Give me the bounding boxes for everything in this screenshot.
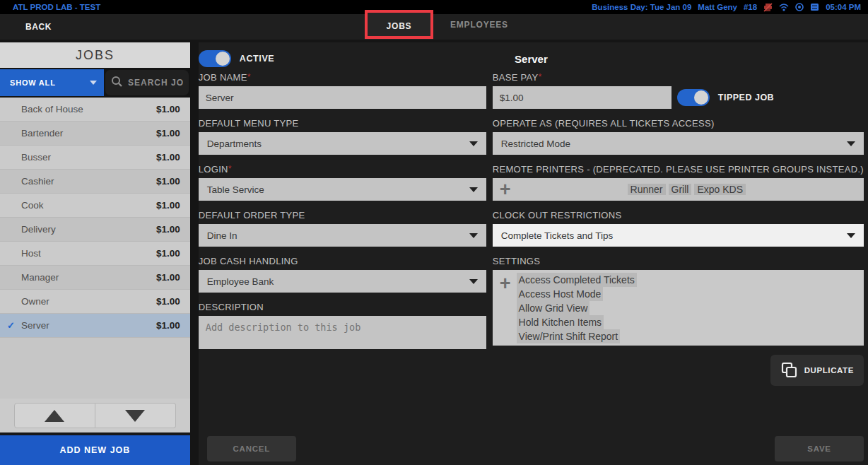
required-asterisk: * [247, 72, 251, 82]
job-list-item[interactable]: Delivery$1.00 [0, 218, 190, 242]
tab-employees[interactable]: EMPLOYEES [440, 10, 518, 40]
login-select[interactable]: Table Service [199, 178, 486, 201]
toggle-knob [694, 90, 708, 105]
scroll-down-button[interactable] [95, 403, 176, 428]
duplicate-button[interactable]: DUPLICATE [770, 355, 864, 386]
tab-jobs[interactable]: JOBS [365, 10, 433, 40]
chevron-down-icon [469, 233, 478, 238]
form-column-left: JOB NAME* DEFAULT MENU TYPE Departments … [199, 72, 486, 386]
job-base-pay: $1.00 [156, 104, 180, 114]
duplicate-row: DUPLICATE [493, 355, 864, 386]
job-list-item[interactable]: Host$1.00 [0, 242, 190, 266]
base-pay-group: BASE PAY* TIPPED JOB [493, 72, 864, 109]
job-name: Manager [21, 272, 59, 283]
job-list-item[interactable]: Manager$1.00 [0, 266, 190, 290]
required-asterisk: * [539, 72, 542, 82]
footer-actions: CANCEL SAVE [207, 436, 864, 461]
printer-alert-icon [763, 3, 773, 12]
login-label: LOGIN [199, 164, 228, 175]
server-icon [810, 3, 819, 11]
job-list-item[interactable]: Busser$1.00 [0, 146, 190, 170]
printer-chip[interactable]: Runner [628, 184, 666, 195]
search-icon [111, 76, 123, 90]
job-list-item[interactable]: Owner$1.00 [0, 290, 190, 314]
default-order-type-label: DEFAULT ORDER TYPE [199, 210, 486, 220]
business-day-label: Business Day: Tue Jan 09 [592, 3, 691, 11]
form-column-right: BASE PAY* TIPPED JOB OPERATE AS (REQUIRE… [493, 72, 864, 386]
remote-printers-label: REMOTE PRINTERS - (DEPRECATED. PLEASE US… [493, 164, 864, 175]
printer-chip[interactable]: Expo KDS [694, 184, 746, 195]
job-name: Cashier [21, 176, 54, 187]
description-label: DESCRIPTION [199, 302, 486, 312]
settings-chip-list: Access Completed TicketsAccess Host Mode… [517, 273, 637, 343]
base-pay-input[interactable] [493, 86, 671, 109]
login-group: LOGIN* Table Service [199, 164, 486, 201]
show-all-dropdown[interactable]: SHOW ALL [0, 69, 104, 96]
description-textarea[interactable] [199, 316, 486, 349]
job-base-pay: $1.00 [156, 224, 180, 235]
default-order-type-group: DEFAULT ORDER TYPE Dine In [199, 210, 486, 247]
default-menu-type-group: DEFAULT MENU TYPE Departments [199, 118, 486, 155]
save-button[interactable]: SAVE [775, 436, 864, 461]
job-cash-handling-group: JOB CASH HANDLING Employee Bank [199, 256, 486, 293]
job-cash-handling-label: JOB CASH HANDLING [199, 256, 486, 266]
job-base-pay: $1.00 [156, 272, 180, 283]
settings-group: SETTINGS + Access Completed TicketsAcces… [493, 256, 864, 346]
job-base-pay: $1.00 [156, 320, 180, 331]
job-cash-handling-select[interactable]: Employee Bank [199, 270, 486, 293]
setting-chip[interactable]: Allow Grid View [517, 301, 590, 315]
scroll-up-button[interactable] [14, 403, 95, 428]
add-new-job-button[interactable]: ADD NEW JOB [0, 435, 190, 465]
job-name-group: JOB NAME* [199, 72, 486, 109]
tab-strip: JOBS EMPLOYEES [365, 10, 518, 40]
sync-icon [795, 3, 804, 11]
job-search-input[interactable] [128, 78, 183, 88]
job-name: Cook [21, 200, 44, 211]
job-detail-panel: ACTIVE Server JOB NAME* DEFAULT MENU TYP… [199, 42, 868, 465]
checkmark-icon: ✓ [7, 320, 15, 331]
back-button[interactable]: BACK [0, 22, 52, 32]
settings-field[interactable]: + Access Completed TicketsAccess Host Mo… [493, 270, 864, 346]
arrow-up-icon [45, 410, 64, 422]
show-all-label: SHOW ALL [10, 78, 56, 87]
required-asterisk: * [228, 164, 232, 174]
remote-printers-field[interactable]: + RunnerGrillExpo KDS [493, 178, 864, 201]
active-toggle[interactable] [199, 50, 231, 67]
status-right-cluster: Business Day: Tue Jan 09 Matt Geny #18 0… [592, 3, 861, 12]
job-list-item[interactable]: Back of House$1.00 [0, 98, 190, 122]
jobs-settings-page: ATL PROD LAB - TEST Business Day: Tue Ja… [0, 0, 868, 465]
job-list-item[interactable]: Cashier$1.00 [0, 170, 190, 194]
job-list-item[interactable]: ✓Server$1.00 [0, 314, 190, 338]
login-value: Table Service [207, 184, 264, 195]
setting-chip[interactable]: Hold Kitchen Items [517, 315, 604, 329]
job-list-item[interactable]: Bartender$1.00 [0, 122, 190, 146]
setting-chip[interactable]: Access Completed Tickets [517, 273, 637, 287]
add-setting-icon[interactable]: + [500, 276, 511, 291]
default-order-type-value: Dine In [207, 230, 237, 241]
job-name-input[interactable] [199, 86, 486, 109]
printer-chip[interactable]: Grill [669, 184, 692, 195]
remote-printers-group: REMOTE PRINTERS - (DEPRECATED. PLEASE US… [493, 164, 864, 201]
clock-out-restrictions-select[interactable]: Complete Tickets and Tips [493, 224, 864, 247]
cancel-button[interactable]: CANCEL [207, 436, 296, 461]
chevron-down-icon [847, 233, 855, 238]
default-menu-type-value: Departments [207, 139, 262, 149]
detail-header: ACTIVE Server [199, 48, 864, 69]
job-list-item[interactable]: Cook$1.00 [0, 194, 190, 218]
job-base-pay: $1.00 [156, 128, 180, 139]
operate-as-select[interactable]: Restricted Mode [493, 132, 864, 155]
tipped-job-toggle[interactable] [677, 89, 710, 106]
default-order-type-select[interactable]: Dine In [199, 224, 486, 247]
setting-chip[interactable]: Access Host Mode [517, 287, 604, 301]
jobs-sidebar: JOBS SHOW ALL Back of House$1.00Bartende… [0, 42, 190, 465]
toggle-knob [216, 52, 230, 66]
operate-as-value: Restricted Mode [501, 139, 570, 149]
job-list-empty-area [0, 338, 190, 399]
base-pay-row: TIPPED JOB [493, 86, 864, 109]
nav-bar: BACK JOBS EMPLOYEES [0, 14, 868, 40]
default-menu-type-select[interactable]: Departments [199, 132, 486, 155]
setting-chip[interactable]: View/Print Shift Report [517, 329, 621, 343]
list-scroll-controls [0, 399, 190, 432]
add-printer-icon[interactable]: + [500, 182, 511, 197]
job-search-box[interactable] [105, 70, 189, 95]
